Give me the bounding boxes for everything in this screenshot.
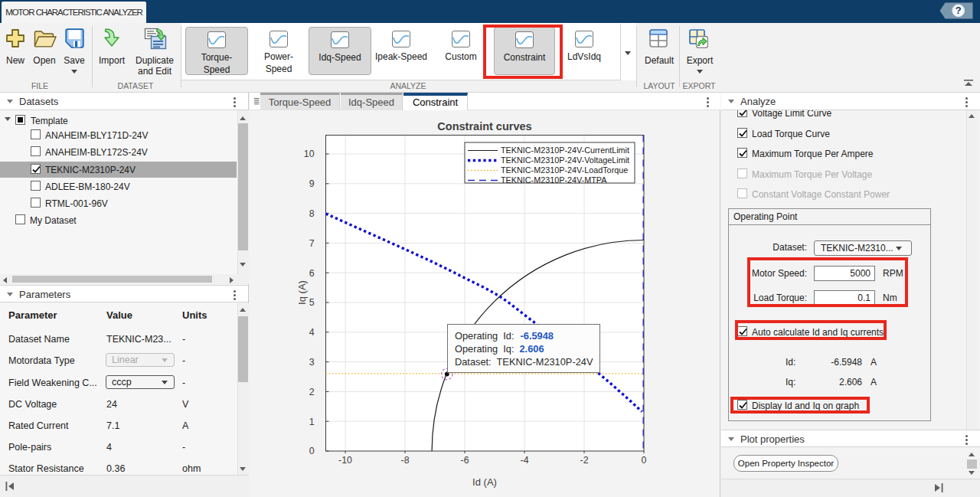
svg-text:5: 5: [309, 297, 315, 308]
svg-text:TEKNIC-M2310P-24V-MTPA: TEKNIC-M2310P-24V-MTPA: [501, 175, 607, 185]
svg-text:TEKNIC-M2310P-24V-CurrentLimit: TEKNIC-M2310P-24V-CurrentLimit: [501, 146, 629, 155]
svg-text:6: 6: [309, 268, 315, 279]
svg-text:8: 8: [309, 208, 315, 219]
svg-text:4: 4: [309, 327, 315, 338]
svg-text:-2: -2: [580, 455, 589, 466]
svg-text:0: 0: [642, 455, 647, 466]
svg-text:10: 10: [304, 149, 315, 159]
svg-text:2.606: 2.606: [520, 343, 544, 355]
svg-text:Operating Id:: Operating Id:: [455, 330, 514, 342]
svg-text:?: ?: [956, 5, 962, 16]
svg-text:7: 7: [309, 238, 315, 249]
svg-text:Constraint curves: Constraint curves: [437, 120, 531, 132]
svg-text:-10: -10: [338, 455, 352, 466]
svg-text:-8: -8: [401, 455, 410, 466]
svg-text:-4: -4: [521, 455, 529, 466]
svg-text:3: 3: [309, 357, 315, 368]
svg-text:1: 1: [309, 417, 315, 427]
svg-text:Dataset: TEKNIC-M2310P-24V: Dataset: TEKNIC-M2310P-24V: [455, 356, 593, 368]
svg-text:TEKNIC-M2310P-24V-VoltageLimit: TEKNIC-M2310P-24V-VoltageLimit: [501, 155, 629, 165]
svg-text:Operating Iq:: Operating Iq:: [455, 343, 514, 355]
svg-text:-6.5948: -6.5948: [521, 330, 554, 342]
svg-text:TEKNIC-M2310P-24V-LoadTorque: TEKNIC-M2310P-24V-LoadTorque: [501, 165, 628, 175]
svg-text:Iq (A): Iq (A): [296, 280, 308, 305]
svg-text:9: 9: [309, 178, 315, 189]
svg-text:Id (A): Id (A): [472, 476, 497, 488]
svg-text:2: 2: [309, 387, 315, 397]
svg-text:-6: -6: [461, 455, 469, 466]
svg-text:0: 0: [309, 446, 315, 456]
